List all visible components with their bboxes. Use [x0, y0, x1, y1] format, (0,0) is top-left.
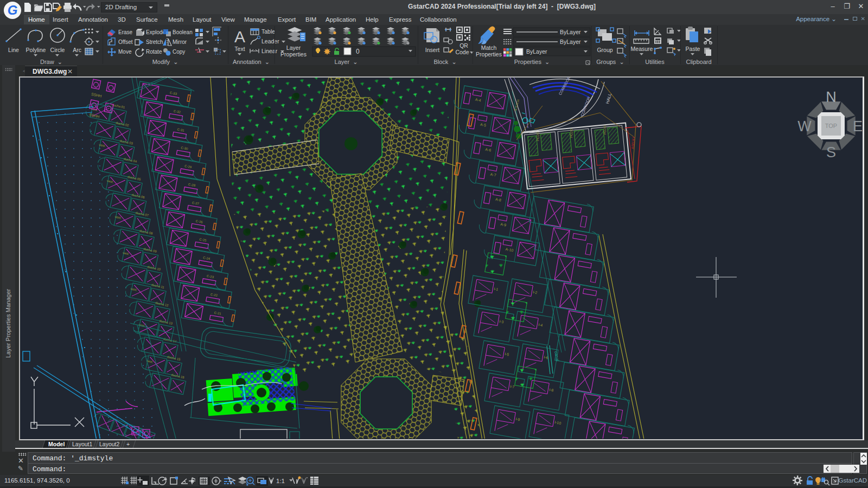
svg-text:0: 0 [356, 48, 360, 55]
svg-text:Circle: Circle [50, 47, 65, 53]
svg-text:POZO: POZO [603, 125, 607, 134]
svg-text:QR: QR [459, 42, 468, 49]
svg-text:Text: Text [234, 46, 245, 52]
svg-text:I-9: I-9 [515, 417, 520, 421]
svg-text:Properties: Properties [476, 51, 502, 57]
svg-text:Boolean: Boolean [173, 29, 193, 35]
svg-text:ByLayer: ByLayer [526, 48, 547, 55]
svg-text:Rotate: Rotate [146, 49, 162, 55]
svg-text:Explode: Explode [146, 29, 166, 35]
svg-text:Stretch: Stretch [146, 39, 163, 45]
svg-text:Insert: Insert [425, 47, 439, 53]
svg-text:Measure: Measure [631, 46, 653, 52]
svg-text:Linear: Linear [261, 48, 278, 54]
svg-text:N: N [826, 89, 837, 105]
svg-text:I-5: I-5 [505, 352, 509, 356]
svg-text:Mirror: Mirror [173, 39, 187, 45]
svg-text:E: E [853, 118, 863, 134]
svg-text:Leader: Leader [261, 38, 279, 44]
svg-text:I-2: I-2 [533, 290, 538, 294]
svg-text:TOP: TOP [825, 123, 837, 129]
svg-text:Polyline: Polyline [26, 47, 46, 53]
svg-text:I-4: I-4 [538, 323, 543, 327]
svg-text:W: W [797, 118, 812, 134]
svg-text:POZO: POZO [570, 129, 573, 138]
svg-text:Move: Move [118, 49, 132, 55]
svg-text:Match: Match [481, 44, 497, 51]
svg-text:Table: Table [261, 28, 275, 35]
svg-text:Arc: Arc [73, 47, 81, 53]
svg-text:Paste: Paste [686, 46, 700, 52]
svg-text:A: A [234, 28, 245, 46]
svg-text:Copy: Copy [173, 49, 185, 55]
svg-text:I-1: I-1 [494, 287, 499, 291]
svg-text:I-8: I-8 [549, 388, 554, 392]
svg-text:Offset: Offset [118, 39, 133, 45]
svg-text:I-3: I-3 [499, 319, 504, 324]
svg-text:Code: Code [455, 49, 469, 55]
svg-text:Group: Group [597, 47, 612, 53]
svg-text:Properties: Properties [280, 51, 307, 57]
svg-text:S: S [826, 144, 836, 160]
svg-text:I-7: I-7 [510, 384, 515, 389]
svg-text:ByLayer: ByLayer [560, 29, 581, 35]
svg-text:1:1: 1:1 [276, 478, 285, 484]
svg-text:Line: Line [8, 47, 19, 53]
svg-text:Layer: Layer [286, 44, 301, 51]
svg-text:Erase: Erase [118, 29, 133, 35]
svg-text:ByLayer: ByLayer [560, 38, 581, 45]
svg-text:POZO: POZO [536, 132, 539, 141]
